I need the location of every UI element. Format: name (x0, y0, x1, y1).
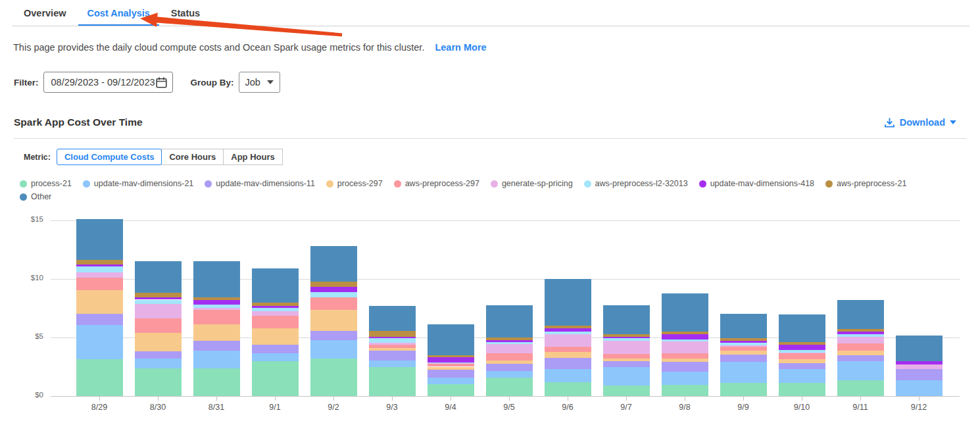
x-axis-tick (802, 397, 802, 401)
bar-segment-9/12-generate-sp-pricing (896, 364, 943, 369)
bar-segment-9/8-update-mav-dimensions-11 (662, 362, 708, 371)
bar-segment-9/5-aws-preprocess-l2-32013 (486, 342, 533, 344)
x-axis-tick (919, 397, 919, 401)
bar-segment-9/9-aws-preprocess-l2-32013 (720, 343, 767, 345)
legend-item-process-297[interactable]: process-297 (326, 179, 383, 188)
tab-status[interactable]: Status (162, 0, 209, 26)
metric-option-cloud-compute-costs[interactable]: Cloud Compute Costs (57, 149, 162, 165)
bar-segment-9/9-update-mav-dimensions-418 (720, 341, 767, 343)
tab-overview[interactable]: Overview (14, 0, 76, 26)
bar-segment-8/31-generate-sp-pricing (193, 308, 240, 311)
x-axis-tick-label: 9/1 (252, 403, 298, 412)
legend-dot (491, 180, 498, 188)
bar-segment-9/10-aws-preprocess-21 (779, 342, 825, 345)
bar-segment-8/30-update-mav-dimensions-21 (135, 359, 182, 368)
metric-segmented-control: Cloud Compute Costs Core Hours App Hours (57, 149, 283, 165)
bar-segment-9/3-generate-sp-pricing (369, 343, 416, 344)
bar-segment-9/11-generate-sp-pricing (837, 337, 884, 344)
y-axis-tick-label: $0 (13, 391, 43, 399)
legend-item-aws-preprocess-l2-32013[interactable]: aws-preprocess-l2-32013 (584, 179, 688, 188)
bar-segment-9/3-process-21 (369, 367, 416, 396)
bar-segment-8/29-other (76, 219, 123, 259)
x-axis-tick-label: 9/12 (896, 403, 942, 412)
x-axis-tick-label: 9/8 (662, 403, 708, 412)
legend-label: Other (31, 192, 51, 201)
legend-item-update-mav-dimensions-11[interactable]: update-mav-dimensions-11 (205, 179, 315, 188)
bar-segment-9/3-other (369, 306, 416, 331)
x-axis-tick (860, 397, 861, 401)
bar-segment-9/9-aws-preprocess-21 (720, 338, 767, 341)
legend-item-other[interactable]: Other (20, 192, 51, 201)
date-range-input[interactable]: 08/29/2023 - 09/12/2023 (43, 72, 173, 93)
section-divider (14, 138, 967, 139)
legend-dot (584, 180, 591, 188)
page-description: This page provides the daily cloud compu… (13, 42, 487, 53)
legend-label: update-mav-dimensions-418 (710, 179, 814, 188)
bar-segment-8/31-aws-preprocess-l2-32013 (193, 305, 240, 308)
bar-segment-9/6-aws-preprocess-297 (545, 347, 591, 352)
bar-segment-8/31-update-mav-dimensions-21 (193, 351, 240, 369)
bar-segment-9/8-aws-preprocess-297 (662, 353, 708, 359)
legend-item-aws-preprocess-21[interactable]: aws-preprocess-21 (825, 179, 906, 188)
bar-segment-9/8-update-mav-dimensions-21 (662, 372, 708, 385)
bar-segment-9/11-aws-preprocess-297 (837, 343, 884, 351)
tab-overview-label: Overview (24, 8, 66, 18)
x-axis-tick-label: 8/31 (193, 403, 239, 412)
bar-segment-9/7-update-mav-dimensions-11 (603, 361, 650, 367)
download-button[interactable]: Download (884, 117, 956, 128)
bar-segment-9/4-aws-preprocess-21 (428, 355, 474, 357)
bar-segment-9/10-generate-sp-pricing (779, 353, 825, 353)
legend-item-update-mav-dimensions-418[interactable]: update-mav-dimensions-418 (699, 179, 814, 188)
filter-row: Filter: 08/29/2023 - 09/12/2023 Group By… (14, 72, 280, 93)
bar-segment-9/7-update-mav-dimensions-418 (603, 337, 650, 338)
bar-segment-9/5-process-297 (486, 361, 533, 363)
legend-label: aws-preprocess-21 (837, 179, 906, 188)
bar-segment-9/1-aws-preprocess-297 (252, 316, 299, 328)
group-by-select[interactable]: Job (239, 72, 280, 93)
download-label: Download (900, 117, 945, 128)
tab-status-label: Status (171, 8, 200, 18)
bar-segment-9/11-aws-preprocess-21 (837, 329, 884, 332)
x-axis-tick-label: 8/30 (135, 403, 181, 412)
metric-option-app-hours[interactable]: App Hours (223, 149, 282, 165)
tab-cost-analysis-label: Cost Analysis (87, 8, 150, 18)
x-axis-tick-label: 9/9 (720, 403, 766, 412)
y-axis-tick-label: $10 (13, 274, 43, 282)
x-axis-tick (451, 397, 451, 401)
bar-segment-9/2-other (310, 246, 357, 282)
bar-segment-9/12-update-mav-dimensions-21 (896, 380, 943, 396)
bar-segment-9/1-aws-preprocess-21 (252, 303, 299, 307)
metric-option-core-hours[interactable]: Core Hours (161, 149, 224, 165)
bar-segment-9/1-update-mav-dimensions-11 (252, 345, 299, 353)
date-range-value: 08/29/2023 - 09/12/2023 (51, 77, 155, 88)
bar-segment-9/11-process-297 (837, 351, 884, 355)
bar-segment-9/5-aws-preprocess-21 (486, 338, 533, 340)
stacked-bar-chart: $0$5$10$158/298/308/319/19/29/39/49/59/6… (0, 212, 980, 421)
bar-segment-8/29-generate-sp-pricing (76, 272, 123, 278)
learn-more-link[interactable]: Learn More (435, 42, 486, 53)
tab-cost-analysis[interactable]: Cost Analysis (78, 0, 159, 26)
x-axis-tick (216, 397, 217, 401)
calendar-icon (155, 76, 168, 89)
bar-segment-8/30-process-21 (135, 368, 182, 396)
legend-item-process-21[interactable]: process-21 (20, 179, 72, 188)
bar-segment-9/9-update-mav-dimensions-21 (720, 362, 767, 382)
legend-item-update-mav-dimensions-21[interactable]: update-mav-dimensions-21 (83, 179, 193, 188)
x-axis-tick (626, 397, 627, 401)
chevron-down-icon (267, 80, 274, 84)
bar-segment-9/1-process-21 (252, 361, 299, 396)
bar-segment-9/7-process-297 (603, 359, 650, 361)
bar-segment-9/7-generate-sp-pricing (603, 341, 650, 354)
bar-segment-9/8-generate-sp-pricing (662, 341, 708, 353)
legend-dot (20, 180, 27, 188)
legend-item-aws-preprocess-297[interactable]: aws-preprocess-297 (394, 179, 479, 188)
bar-segment-9/9-update-mav-dimensions-11 (720, 355, 767, 362)
legend-item-generate-sp-pricing[interactable]: generate-sp-pricing (491, 179, 573, 188)
bar-segment-9/8-aws-preprocess-l2-32013 (662, 339, 708, 341)
bar-segment-9/4-generate-sp-pricing (428, 363, 474, 364)
bar-segment-9/3-process-297 (369, 348, 416, 351)
bar-segment-9/6-aws-preprocess-21 (545, 326, 591, 328)
bar-segment-9/10-aws-preprocess-297 (779, 353, 825, 359)
bar-segment-9/9-other (720, 314, 767, 338)
bar-segment-9/5-process-21 (486, 378, 533, 396)
